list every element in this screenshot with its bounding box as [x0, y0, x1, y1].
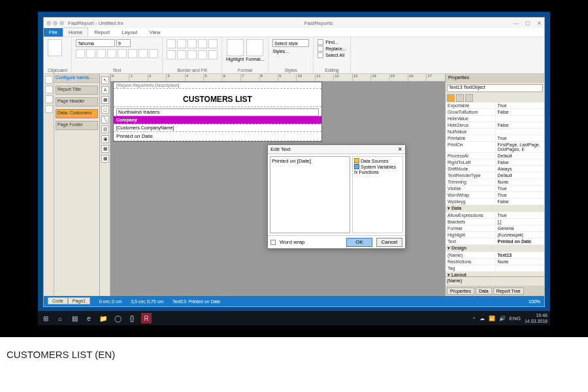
shape-icon[interactable]: ◻: [101, 106, 109, 114]
column-header[interactable]: Company: [114, 116, 321, 124]
window-controls[interactable]: — ▢ ✕: [514, 20, 542, 26]
categorized-icon[interactable]: [447, 94, 455, 102]
tool-icon[interactable]: [45, 105, 53, 113]
edge-icon[interactable]: e: [84, 313, 94, 323]
property-row[interactable]: ▾ Layout: [446, 272, 544, 276]
find-button[interactable]: Find...: [318, 39, 346, 45]
property-row[interactable]: TextRenderTypeDefault: [446, 172, 544, 179]
tab-view[interactable]: View: [143, 27, 166, 37]
font-name-select[interactable]: [76, 39, 115, 47]
close-icon[interactable]: ✕: [537, 20, 542, 26]
paste-icon[interactable]: [48, 39, 62, 56]
ok-button[interactable]: OK: [346, 238, 372, 247]
property-row[interactable]: WordWrapTrue: [446, 192, 544, 199]
taskbar-clock[interactable]: 16:4814.03.2018: [525, 312, 547, 324]
chrome-icon[interactable]: ◯: [112, 313, 123, 323]
search-icon[interactable]: ⌕: [55, 313, 65, 323]
picture-icon[interactable]: ▦: [101, 96, 109, 104]
property-row[interactable]: TrimmingNone: [446, 179, 544, 186]
tab-data[interactable]: Data: [476, 287, 492, 295]
pointer-icon[interactable]: ↖: [101, 76, 109, 84]
report-description[interactable]: [Report.ReportInfo.Description]: [114, 82, 321, 89]
tool-icon[interactable]: [45, 76, 53, 84]
property-row[interactable]: HideZerosFalse: [446, 122, 544, 129]
table-icon[interactable]: ▦: [101, 145, 109, 153]
explorer-icon[interactable]: 📁: [98, 313, 108, 323]
report-title[interactable]: CUSTOMERS LIST: [114, 89, 321, 107]
tray-chevron-icon[interactable]: ^: [473, 316, 476, 321]
text-icon[interactable]: A: [101, 86, 109, 94]
barcode-icon[interactable]: ▥: [101, 125, 109, 133]
canvas[interactable]: 01234567891011121314151617 [Report.Repor…: [110, 74, 445, 296]
align-middle-icon[interactable]: [149, 49, 158, 58]
border-icon[interactable]: [188, 39, 197, 48]
line-color-icon[interactable]: [208, 50, 218, 59]
border-icon[interactable]: [177, 50, 186, 59]
page-header-band[interactable]: Northwind traders: [114, 107, 321, 116]
fill-icon[interactable]: [208, 39, 218, 48]
tree-node[interactable]: Functions: [359, 170, 378, 174]
start-icon[interactable]: ⊞: [41, 313, 51, 323]
property-row[interactable]: RestrictionsNone: [446, 259, 544, 265]
fastreport-icon[interactable]: R: [141, 313, 152, 323]
data-tree[interactable]: Data Sources System Variables fxFunction…: [352, 156, 403, 233]
style-select[interactable]: [272, 39, 309, 47]
band-button[interactable]: Data: Customers: [56, 109, 98, 118]
page-header-text[interactable]: Northwind traders: [116, 108, 319, 116]
property-row[interactable]: WysiwygFalse: [446, 199, 544, 205]
code-tab[interactable]: Code: [48, 297, 68, 304]
italic-icon[interactable]: [86, 49, 95, 58]
property-row[interactable]: HideValue: [446, 116, 544, 122]
align-top-icon[interactable]: [139, 49, 148, 58]
property-row[interactable]: ▾ Data: [446, 205, 544, 212]
alphabetical-icon[interactable]: [456, 94, 464, 102]
matrix-icon[interactable]: ▦: [101, 155, 109, 163]
data-row[interactable]: [Customers.CompanyName]: [114, 124, 321, 132]
page-footer-text[interactable]: Printed on Date: [114, 132, 321, 141]
property-row[interactable]: Brackets[,]: [446, 219, 544, 225]
property-row[interactable]: VisibleTrue: [446, 186, 544, 192]
select-all-button[interactable]: Select All: [318, 52, 346, 58]
file-tab[interactable]: File: [44, 28, 63, 37]
line-style-icon[interactable]: [198, 50, 207, 59]
property-row[interactable]: ExportableTrue: [446, 103, 544, 109]
minimize-icon[interactable]: —: [514, 20, 519, 26]
border-icon[interactable]: [167, 39, 176, 48]
tray-lang[interactable]: ENG: [510, 316, 521, 321]
tab-properties[interactable]: Properties: [447, 287, 474, 295]
property-row[interactable]: PrintOnFirstPage, LastPage, OddPages, E: [446, 142, 544, 153]
border-icon[interactable]: [198, 39, 207, 48]
taskview-icon[interactable]: ▤: [69, 313, 80, 323]
property-row[interactable]: NullValue: [446, 129, 544, 135]
border-icon[interactable]: [188, 50, 197, 59]
tab-report-tree[interactable]: Report Tree: [493, 287, 524, 295]
page-tab[interactable]: Page1: [68, 297, 90, 304]
props-icon[interactable]: [465, 94, 473, 102]
tool-icon[interactable]: [45, 86, 53, 93]
bold-icon[interactable]: [76, 49, 85, 58]
format-icon[interactable]: [246, 39, 263, 56]
configure-bands-link[interactable]: Configure bands...: [54, 74, 99, 83]
align-right-icon[interactable]: [128, 49, 137, 58]
chart-icon[interactable]: ▣: [101, 135, 109, 143]
border-icon[interactable]: [167, 50, 176, 59]
styles-button[interactable]: Styles...: [272, 49, 289, 54]
tree-node[interactable]: Data Sources: [361, 159, 388, 163]
tray-cloud-icon[interactable]: ☁: [480, 316, 485, 321]
underline-icon[interactable]: [97, 49, 106, 58]
report-page[interactable]: [Report.ReportInfo.Description] CUSTOMER…: [113, 82, 322, 142]
border-icon[interactable]: [177, 39, 186, 48]
wordwrap-checkbox[interactable]: [270, 240, 276, 245]
vs-icon[interactable]: {}: [127, 313, 137, 323]
maximize-icon[interactable]: ▢: [525, 20, 531, 26]
highlight-icon[interactable]: [227, 39, 244, 56]
property-row[interactable]: FormatGeneral: [446, 225, 544, 232]
band-button[interactable]: Page Footer: [56, 121, 98, 130]
dialog-close-icon[interactable]: ✕: [398, 146, 402, 152]
cancel-button[interactable]: Cancel: [376, 238, 402, 247]
align-left-icon[interactable]: [107, 49, 116, 58]
property-row[interactable]: ▾ Design: [446, 245, 544, 252]
band-button[interactable]: Page Header: [56, 97, 98, 106]
tab-report[interactable]: Report: [88, 27, 116, 37]
property-row[interactable]: ProcessAtDefault: [446, 153, 544, 159]
